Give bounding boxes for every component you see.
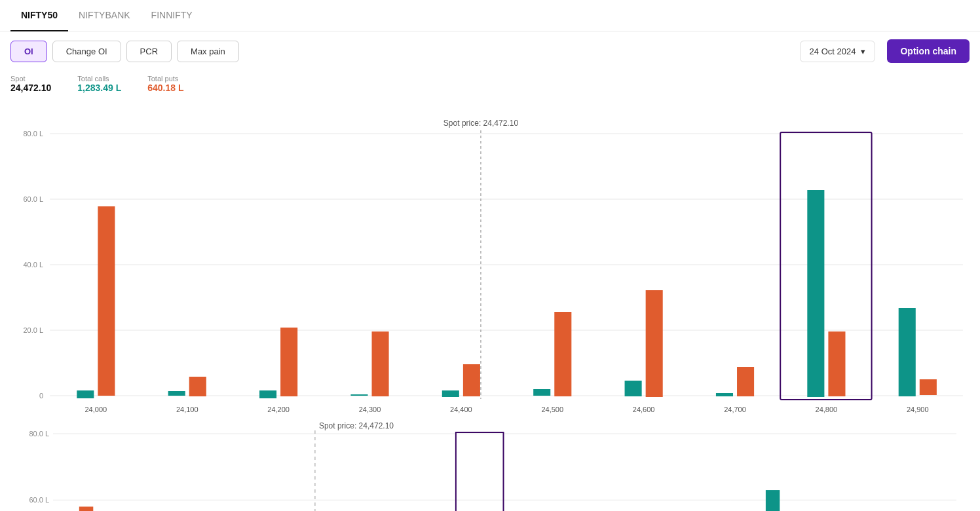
spot-stat: Spot 24,472.10 — [10, 75, 51, 93]
change-oi-button[interactable]: Change OI — [52, 41, 121, 62]
tab-finnifty[interactable]: FINNIFTY — [141, 0, 203, 31]
total-calls-stat: Total calls 1,283.49 L — [77, 75, 121, 93]
tab-nifty50[interactable]: NIFTY50 — [10, 0, 68, 31]
header: NIFTY50 NIFTYBANK FINNIFTY — [0, 0, 980, 31]
total-puts-stat: Total puts 640.18 L — [147, 75, 183, 93]
chart-section — [10, 404, 970, 511]
chevron-down-icon: ▾ — [861, 47, 865, 56]
oi-button[interactable]: OI — [10, 41, 47, 62]
pcr-button[interactable]: PCR — [126, 41, 172, 62]
toolbar: OI Change OI PCR Max pain 24 Oct 2024 ▾ … — [0, 31, 980, 71]
option-chain-button[interactable]: Option chain — [887, 39, 970, 63]
stats-row: Spot 24,472.10 Total calls 1,283.49 L To… — [0, 71, 980, 101]
date-selector[interactable]: 24 Oct 2024 ▾ — [800, 41, 876, 62]
max-pain-button[interactable]: Max pain — [177, 41, 239, 62]
tab-niftybank[interactable]: NIFTYBANK — [68, 0, 141, 31]
selected-date: 24 Oct 2024 — [810, 47, 856, 56]
chart-visual — [0, 103, 980, 430]
